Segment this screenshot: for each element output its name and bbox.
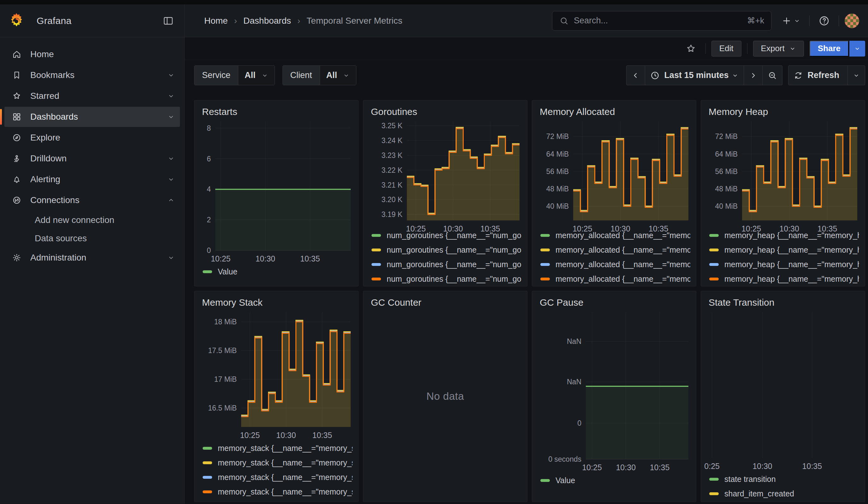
panel-title[interactable]: Memory Allocated	[538, 105, 690, 119]
legend-label: memory_stack {__name__="memory_s	[218, 444, 353, 453]
sidebar-item-home[interactable]: Home	[4, 44, 180, 64]
sidebar-item-add-new-connection[interactable]: Add new connection	[4, 211, 180, 229]
add-button[interactable]	[778, 12, 804, 30]
panel-title[interactable]: GC Pause	[538, 296, 690, 309]
chevron-down-icon[interactable]	[164, 89, 178, 103]
legend: memory_allocated {__name__="memomemory_a…	[538, 228, 690, 286]
legend-swatch	[709, 234, 719, 237]
panel-title[interactable]: Restarts	[200, 105, 353, 119]
svg-text:18 MiB: 18 MiB	[214, 318, 237, 326]
time-shift-back-button[interactable]	[626, 65, 645, 85]
sidebar-item-label: Connections	[30, 195, 80, 205]
search-box[interactable]: ⌘+k	[552, 11, 772, 31]
legend-item[interactable]: memory_heap {__name__="memory_h	[707, 271, 859, 286]
chevron-down-icon[interactable]	[164, 68, 178, 82]
chevron-down-icon[interactable]	[164, 251, 178, 265]
zoom-out-icon[interactable]	[763, 65, 783, 85]
dock-menu-toggle-icon[interactable]	[160, 12, 177, 29]
refresh-interval-dropdown[interactable]	[848, 65, 865, 85]
svg-text:17 MiB: 17 MiB	[214, 375, 237, 383]
panel-title[interactable]: Memory Heap	[707, 105, 859, 119]
panel-gc-pause: GC Pause NaNNaN00 seconds 10:2510:3010:3…	[532, 291, 696, 502]
share-dropdown-button[interactable]	[849, 41, 865, 56]
variable-value: All	[245, 70, 256, 80]
toolbar-divider	[747, 43, 747, 54]
share-button[interactable]: Share	[809, 41, 849, 56]
legend-label: num_goroutines {__name__="num_go	[387, 260, 521, 269]
legend-item[interactable]: Value	[200, 264, 353, 279]
legend-swatch	[540, 234, 550, 237]
legend-swatch	[709, 278, 719, 280]
client-variable-dropdown[interactable]: Client All	[282, 65, 356, 85]
time-range-picker[interactable]: Last 15 minutes	[645, 65, 744, 85]
legend-item[interactable]: memory_stack {__name__="memory_s	[200, 470, 353, 484]
x-tick-label: 10:25	[211, 254, 231, 263]
panel-gc-counter: GC Counter No data	[363, 291, 527, 502]
new-menu	[778, 12, 804, 30]
sidebar-item-dashboards[interactable]: Dashboards	[4, 107, 180, 127]
bell-icon	[12, 175, 21, 184]
sidebar-item-explore[interactable]: Explore	[4, 127, 180, 148]
legend-swatch	[709, 492, 719, 495]
sidebar-item-drilldown[interactable]: Drilldown	[4, 148, 180, 169]
user-avatar[interactable]	[845, 13, 859, 28]
time-shift-forward-button[interactable]	[744, 65, 763, 85]
legend-item[interactable]: num_goroutines {__name__="num_go	[369, 257, 521, 271]
legend-item[interactable]: memory_heap {__name__="memory_h	[707, 257, 859, 271]
panel-title[interactable]: GC Counter	[369, 296, 521, 309]
search-input[interactable]	[574, 16, 747, 25]
legend-item[interactable]: memory_stack {__name__="memory_s	[200, 455, 353, 470]
x-axis: 10:2510:3010:35	[200, 430, 353, 441]
panel-title[interactable]: State Transition	[707, 296, 859, 309]
chevron-down-icon[interactable]	[164, 110, 178, 124]
legend-item[interactable]: memory_stack {__name__="memory_s	[200, 484, 353, 499]
breadcrumb-home[interactable]: Home	[204, 16, 228, 26]
x-tick-label: 10:25	[572, 224, 592, 233]
favorite-star-icon[interactable]	[682, 40, 700, 57]
legend-item[interactable]: Value	[538, 473, 690, 487]
panel-title[interactable]: Goroutines	[369, 105, 521, 119]
chevron-down-icon[interactable]	[164, 172, 178, 186]
legend-swatch	[709, 478, 719, 481]
legend-item[interactable]: memory_heap {__name__="memory_h	[707, 243, 859, 257]
svg-text:64 MiB: 64 MiB	[715, 150, 738, 158]
legend-item[interactable]: state transition	[707, 472, 859, 486]
sidebar-item-administration[interactable]: Administration	[4, 248, 180, 268]
chart-canvas: 3.25 K3.24 K3.23 K3.22 K3.21 K3.20 K3.19…	[369, 119, 521, 223]
edit-button-label: Edit	[719, 43, 734, 53]
topbar-divider	[839, 16, 839, 26]
export-button[interactable]: Export	[753, 41, 804, 56]
help-icon[interactable]	[815, 12, 833, 30]
panel-title[interactable]: Memory Stack	[200, 296, 353, 309]
edit-button[interactable]: Edit	[711, 41, 742, 56]
svg-text:72 MiB: 72 MiB	[715, 132, 738, 141]
svg-text:72 MiB: 72 MiB	[546, 132, 569, 141]
sidebar-item-bookmarks[interactable]: Bookmarks	[4, 65, 180, 85]
svg-text:0 seconds: 0 seconds	[548, 455, 581, 462]
legend-item[interactable]: memory_stack {__name__="memory_s	[200, 441, 353, 455]
breadcrumb-dashboards[interactable]: Dashboards	[244, 16, 291, 26]
gear-icon	[12, 253, 21, 263]
sidebar-item-connections[interactable]: Connections	[4, 190, 180, 210]
sidebar-item-starred[interactable]: Starred	[4, 86, 180, 106]
legend-item[interactable]: num_goroutines {__name__="num_go	[369, 243, 521, 257]
refresh-button[interactable]: Refresh	[788, 65, 848, 85]
svg-text:3.22 K: 3.22 K	[382, 166, 403, 174]
legend: memory_heap {__name__="memory_hmemory_he…	[707, 228, 859, 286]
legend-item[interactable]: memory_allocated {__name__="memo	[538, 271, 690, 286]
sidebar-item-alerting[interactable]: Alerting	[4, 169, 180, 189]
export-button-label: Export	[761, 43, 785, 53]
legend-item[interactable]: memory_allocated {__name__="memo	[538, 243, 690, 257]
chevron-down-icon	[343, 72, 350, 79]
legend-item[interactable]: shard_item_created	[707, 486, 859, 501]
service-variable-dropdown[interactable]: Service All	[194, 65, 275, 85]
svg-text:NaN: NaN	[567, 337, 581, 346]
legend-item[interactable]: memory_allocated {__name__="memo	[538, 257, 690, 271]
chevron-up-icon[interactable]	[164, 193, 178, 207]
legend-item[interactable]: num_goroutines {__name__="num_go	[369, 271, 521, 286]
chevron-down-icon[interactable]	[164, 152, 178, 165]
sidebar-item-data-sources[interactable]: Data sources	[4, 229, 180, 248]
svg-text:48 MiB: 48 MiB	[715, 185, 738, 193]
legend-label: Value	[556, 476, 575, 485]
chevron-down-icon	[789, 45, 796, 52]
